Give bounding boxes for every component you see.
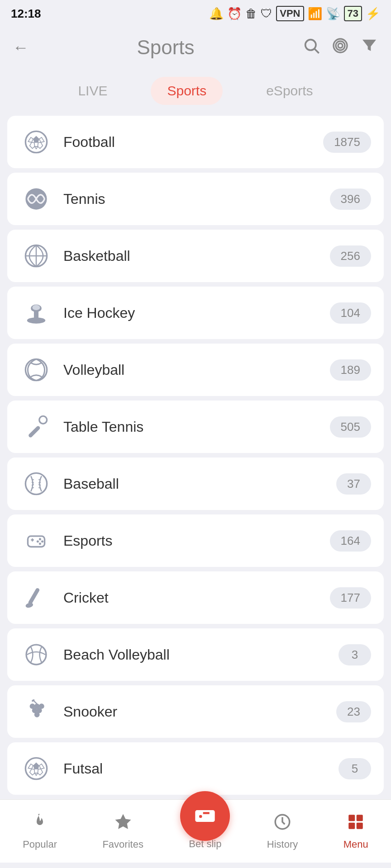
sport-count-cricket: 177 (330, 587, 371, 609)
signal-icon: 📶 (308, 7, 322, 21)
sport-item-tennis[interactable]: Tennis 396 (7, 173, 384, 225)
svg-marker-3 (33, 136, 39, 143)
nav-history-label: History (267, 839, 298, 850)
sport-count-icehockey: 104 (330, 302, 371, 324)
sport-item-tabletennis[interactable]: Table Tennis 505 (7, 401, 384, 453)
tab-live[interactable]: LIVE (62, 77, 124, 105)
alarm-icon: ⏰ (227, 7, 242, 21)
sport-count-basketball: 256 (330, 245, 371, 267)
nav-betslip[interactable]: Bet slip (181, 809, 229, 854)
svg-line-22 (32, 482, 34, 483)
svg-marker-49 (28, 764, 33, 769)
betslip-button[interactable] (180, 791, 230, 841)
svg-point-17 (25, 359, 47, 380)
sport-count-futsal: 5 (339, 758, 371, 779)
beachvolleyball-icon (20, 638, 52, 671)
tennis-icon (20, 183, 52, 215)
shield-icon: 🛡 (261, 7, 272, 21)
svg-point-37 (25, 602, 33, 609)
sport-count-esports: 164 (330, 530, 371, 552)
notification-icon: 🔔 (209, 7, 224, 21)
sport-item-icehockey[interactable]: Ice Hockey 104 (7, 287, 384, 339)
esports-icon (20, 524, 52, 557)
sport-count-tabletennis: 505 (330, 416, 371, 438)
nav-menu[interactable]: Menu (336, 809, 376, 854)
svg-marker-50 (39, 764, 44, 769)
svg-marker-53 (35, 773, 38, 775)
svg-marker-52 (38, 769, 43, 775)
sport-item-cricket[interactable]: Cricket 177 (7, 571, 384, 624)
nav-menu-label: Menu (343, 839, 368, 850)
futsal-icon (20, 752, 52, 785)
svg-point-38 (26, 645, 46, 665)
sport-count-football: 1875 (323, 132, 371, 153)
svg-line-45 (34, 701, 37, 704)
svg-point-33 (41, 540, 43, 542)
basketball-icon (20, 240, 52, 272)
baseball-icon (20, 467, 52, 500)
sport-count-beachvolleyball: 3 (339, 644, 371, 665)
clock-icon (273, 812, 292, 836)
nav-favorites[interactable]: Favorites (95, 809, 150, 854)
svg-line-1 (315, 49, 319, 53)
page-title: Sports (137, 36, 194, 59)
vpn-badge: VPN (276, 6, 304, 21)
sport-name-football: Football (63, 134, 323, 151)
svg-point-0 (305, 39, 316, 50)
svg-point-32 (39, 538, 41, 540)
svg-marker-8 (35, 146, 38, 149)
sport-item-baseball[interactable]: Baseball 37 (7, 458, 384, 510)
svg-rect-57 (357, 815, 363, 821)
sport-name-tabletennis: Table Tennis (63, 419, 330, 435)
snooker-icon (20, 695, 52, 728)
sport-name-futsal: Futsal (63, 760, 339, 777)
page-header: ← Sports (0, 27, 391, 68)
svg-line-23 (32, 485, 34, 486)
trash-icon: 🗑 (245, 7, 257, 21)
sport-name-baseball: Baseball (63, 476, 336, 492)
svg-point-18 (39, 416, 47, 424)
tab-sports[interactable]: Sports (151, 77, 223, 105)
svg-point-16 (33, 305, 40, 310)
sport-name-basketball: Basketball (63, 248, 330, 264)
sport-name-icehockey: Ice Hockey (63, 305, 330, 321)
wifi-icon: 📡 (326, 7, 340, 21)
svg-marker-6 (30, 142, 35, 149)
nav-favorites-label: Favorites (102, 839, 143, 850)
sport-item-snooker[interactable]: Snooker 23 (7, 685, 384, 738)
back-button[interactable]: ← (13, 38, 29, 57)
filter-icon[interactable] (360, 37, 378, 59)
cricket-icon (20, 581, 52, 614)
tabletennis-icon (20, 410, 52, 443)
status-time: 12:18 (11, 7, 41, 21)
svg-rect-58 (348, 822, 355, 829)
football-icon (20, 126, 52, 158)
status-icons: 🔔 ⏰ 🗑 🛡 VPN 📶 📡 73 ⚡ (209, 6, 380, 21)
nav-history[interactable]: History (260, 809, 305, 854)
sport-item-football[interactable]: Football 1875 (7, 116, 384, 168)
icehockey-icon (20, 297, 52, 329)
sport-item-futsal[interactable]: Futsal 5 (7, 742, 384, 795)
nav-popular[interactable]: Popular (15, 809, 64, 854)
sport-item-beachvolleyball[interactable]: Beach Volleyball 3 (7, 628, 384, 681)
system-navigation (0, 863, 391, 868)
svg-rect-56 (348, 815, 355, 821)
svg-marker-54 (115, 814, 131, 829)
bottom-navigation: Popular Favorites Bet slip History (0, 799, 391, 863)
tab-esports[interactable]: eSports (250, 77, 329, 105)
sport-name-beachvolleyball: Beach Volleyball (63, 646, 339, 663)
sport-count-snooker: 23 (336, 701, 371, 722)
sport-item-esports[interactable]: Esports 164 (7, 514, 384, 567)
star-icon (114, 812, 133, 836)
volleyball-icon (20, 354, 52, 386)
live-stream-icon[interactable] (331, 37, 349, 59)
sport-item-volleyball[interactable]: Volleyball 189 (7, 344, 384, 396)
sport-item-basketball[interactable]: Basketball 256 (7, 230, 384, 282)
svg-line-26 (38, 482, 41, 483)
grid-icon (346, 812, 365, 836)
sport-name-snooker: Snooker (63, 703, 336, 720)
sport-name-tennis: Tennis (63, 191, 330, 208)
search-icon[interactable] (302, 37, 320, 59)
sport-name-volleyball: Volleyball (63, 362, 330, 378)
svg-point-44 (34, 712, 40, 717)
